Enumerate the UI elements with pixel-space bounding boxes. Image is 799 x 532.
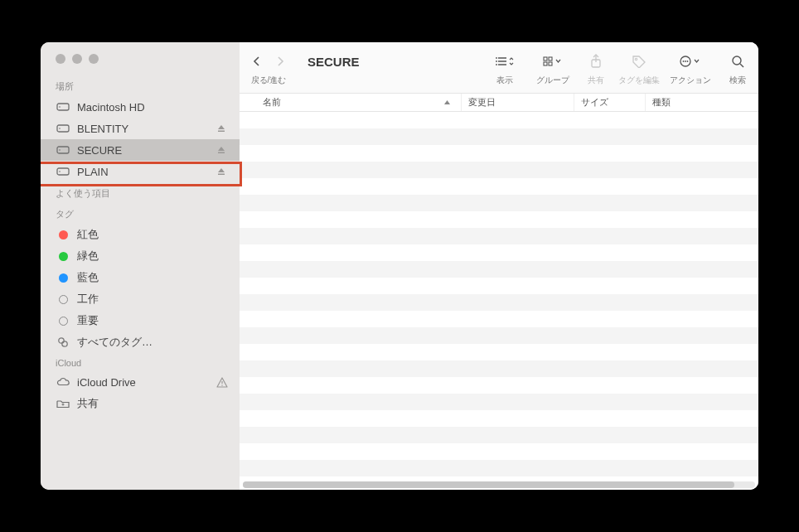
- list-row: [240, 377, 758, 394]
- svg-rect-25: [544, 62, 547, 65]
- list-row: [240, 344, 758, 360]
- tag-dot-icon: [56, 273, 70, 283]
- sidebar-tag-blue[interactable]: 藍色: [41, 267, 240, 288]
- list-row: [240, 410, 758, 427]
- column-label: 種類: [652, 96, 671, 109]
- sidebar-item-label: 重要: [77, 313, 228, 328]
- back-button[interactable]: [247, 51, 267, 72]
- svg-rect-0: [57, 104, 69, 110]
- column-header-kind[interactable]: 種類: [646, 94, 758, 111]
- svg-rect-24: [549, 57, 552, 60]
- sidebar-item-label: 緑色: [77, 249, 228, 264]
- sidebar-section-tags: タグ: [41, 203, 240, 224]
- main-content: 戻る/進む SECURE: [240, 42, 758, 490]
- sidebar-item-label: 共有: [77, 396, 228, 411]
- svg-point-34: [733, 56, 741, 65]
- view-label: 表示: [496, 75, 513, 86]
- sidebar-item-label: iCloud Drive: [77, 376, 216, 389]
- edit-tags-label: タグを編集: [618, 75, 660, 86]
- warning-icon: [216, 377, 228, 388]
- sidebar-item-label: SECURE: [77, 144, 216, 157]
- tag-dot-icon: [56, 230, 70, 239]
- list-row: [240, 443, 758, 460]
- svg-rect-5: [218, 131, 225, 133]
- disk-icon: [56, 123, 70, 133]
- sidebar-tag-work[interactable]: 工作: [41, 288, 240, 310]
- sidebar-item-secure[interactable]: SECURE: [41, 139, 240, 161]
- svg-rect-8: [218, 152, 225, 154]
- list-row: [240, 195, 758, 211]
- title-area: SECURE: [298, 49, 360, 74]
- list-row: [240, 211, 758, 228]
- scrollbar-thumb[interactable]: [243, 481, 734, 488]
- list-row: [240, 178, 758, 195]
- sidebar-tag-red[interactable]: 紅色: [41, 224, 240, 245]
- svg-point-33: [687, 60, 689, 62]
- sort-indicator-icon: [443, 99, 454, 106]
- eject-icon[interactable]: [216, 167, 228, 177]
- sidebar-item-label: すべてのタグ…: [77, 335, 228, 350]
- edit-tags-button[interactable]: [629, 51, 649, 72]
- sidebar-tag-important[interactable]: 重要: [41, 310, 240, 331]
- sidebar-item-label: 藍色: [77, 270, 228, 285]
- svg-rect-23: [544, 57, 547, 60]
- column-label: 変更日: [468, 96, 496, 109]
- close-button[interactable]: [56, 54, 65, 64]
- sidebar-item-icloud-drive[interactable]: iCloud Drive: [41, 371, 240, 393]
- share-button[interactable]: [586, 51, 606, 72]
- sidebar: 場所 Macintosh HD BLENTITY SECURE: [41, 42, 240, 490]
- column-header-date[interactable]: 変更日: [462, 94, 574, 111]
- svg-rect-11: [218, 174, 225, 176]
- forward-button[interactable]: [270, 51, 290, 72]
- list-row: [240, 427, 758, 443]
- sidebar-item-label: PLAIN: [77, 166, 216, 178]
- sidebar-item-shared[interactable]: 共有: [41, 393, 240, 414]
- svg-point-32: [685, 60, 686, 62]
- minimize-button[interactable]: [72, 54, 82, 64]
- sidebar-tag-green[interactable]: 緑色: [41, 245, 240, 267]
- back-forward-label: 戻る/進む: [251, 75, 287, 86]
- sidebar-item-label: BLENTITY: [77, 123, 216, 135]
- horizontal-scrollbar[interactable]: [243, 481, 755, 488]
- sidebar-item-label: 紅色: [77, 227, 228, 242]
- action-button[interactable]: [679, 51, 702, 72]
- sidebar-section-icloud: iCloud: [41, 353, 240, 371]
- sidebar-item-plain[interactable]: PLAIN: [41, 161, 240, 182]
- sidebar-item-macintosh-hd[interactable]: Macintosh HD: [41, 96, 240, 118]
- svg-point-13: [62, 341, 67, 346]
- svg-point-10: [59, 171, 61, 172]
- zoom-button[interactable]: [89, 54, 99, 64]
- eject-icon[interactable]: [216, 145, 228, 155]
- column-header-name[interactable]: 名前: [240, 94, 462, 111]
- svg-point-29: [635, 58, 637, 60]
- column-header-size[interactable]: サイズ: [574, 94, 646, 111]
- list-row: [240, 162, 758, 178]
- sidebar-item-label: Macintosh HD: [77, 101, 216, 114]
- view-mode-button[interactable]: [495, 51, 515, 72]
- group-button[interactable]: [543, 51, 563, 72]
- search-button[interactable]: [728, 51, 748, 72]
- list-row: [240, 394, 758, 410]
- svg-point-20: [496, 57, 497, 59]
- sidebar-item-blentity[interactable]: BLENTITY: [41, 118, 240, 139]
- list-row: [240, 311, 758, 327]
- list-row: [240, 460, 758, 476]
- list-row: [240, 261, 758, 278]
- sidebar-section-locations: 場所: [41, 75, 240, 96]
- search-label: 検索: [729, 75, 746, 86]
- svg-point-31: [683, 60, 685, 62]
- list-row: [240, 327, 758, 344]
- svg-rect-9: [57, 168, 69, 175]
- svg-rect-6: [57, 147, 69, 153]
- svg-point-1: [59, 106, 61, 108]
- tag-dot-icon: [56, 295, 70, 304]
- list-row: [240, 128, 758, 145]
- action-label: アクション: [670, 75, 711, 86]
- svg-rect-3: [57, 125, 69, 132]
- finder-window: 場所 Macintosh HD BLENTITY SECURE: [41, 42, 758, 490]
- sidebar-all-tags[interactable]: すべてのタグ…: [41, 331, 240, 353]
- eject-icon[interactable]: [216, 123, 228, 133]
- svg-point-22: [496, 64, 497, 65]
- column-label: サイズ: [581, 96, 608, 109]
- file-list[interactable]: [240, 112, 758, 490]
